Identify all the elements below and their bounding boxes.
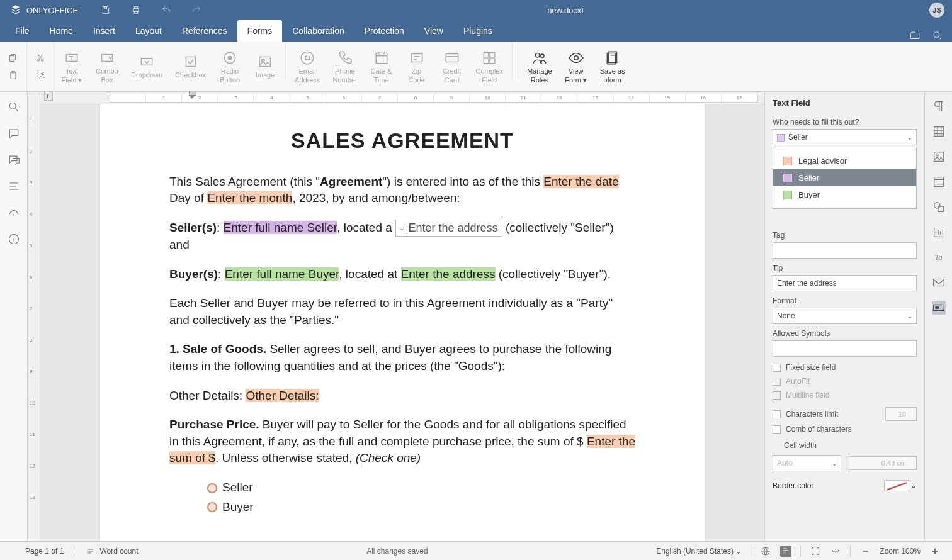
svg-rect-35 — [934, 127, 943, 137]
status-bar: Page 1 of 1 Word count All changes saved… — [0, 541, 952, 560]
edit-group — [27, 42, 54, 91]
tab-collaboration[interactable]: Collaboration — [282, 20, 354, 42]
zoom-in-icon[interactable]: + — [929, 546, 941, 557]
tab-protection[interactable]: Protection — [354, 20, 414, 42]
tab-layout[interactable]: Layout — [125, 20, 172, 42]
paste-icon[interactable] — [6, 69, 20, 82]
page: SALES AGREEMENT This Sales Agreement (th… — [100, 104, 705, 541]
header-footer-icon[interactable] — [932, 175, 946, 189]
find-icon[interactable] — [8, 101, 20, 113]
doc-heading: SALES AGREEMENT — [169, 126, 635, 156]
page-status[interactable]: Page 1 of 1 — [25, 547, 64, 556]
radio-seller[interactable] — [207, 483, 217, 493]
open-location-icon[interactable] — [909, 30, 921, 42]
role-option-legal-advisor[interactable]: Legal advisor — [773, 152, 916, 169]
svg-point-30 — [574, 55, 578, 60]
char-limit-checkbox[interactable]: Characters limit — [773, 410, 838, 418]
svg-point-29 — [540, 54, 543, 57]
format-label: Format — [765, 291, 924, 308]
indent-marker-icon[interactable] — [189, 91, 196, 102]
autofit-checkbox: AutoFit — [765, 374, 924, 388]
role-option-buyer[interactable]: Buyer — [773, 186, 916, 203]
language-select[interactable]: English (United States) ⌄ — [656, 547, 742, 556]
table-settings-icon[interactable] — [932, 125, 946, 138]
field-buyer-address[interactable]: Enter the address — [401, 267, 496, 281]
field-other-details[interactable]: Other Details: — [246, 389, 319, 402]
fixed-size-checkbox[interactable]: Fixed size field — [765, 361, 924, 374]
headings-icon[interactable] — [8, 180, 20, 193]
tab-insert[interactable]: Insert — [83, 20, 125, 42]
comb-checkbox[interactable]: Comb of characters — [765, 422, 924, 436]
search-icon[interactable] — [932, 30, 943, 42]
shape-settings-icon[interactable] — [932, 200, 946, 214]
copy-icon[interactable] — [6, 51, 20, 65]
tab-file[interactable]: File — [5, 20, 40, 42]
role-option-seller[interactable]: Seller — [773, 169, 916, 186]
cell-width-label: Cell width — [765, 436, 924, 452]
fit-width-icon[interactable] — [830, 546, 841, 557]
image-settings-icon[interactable] — [932, 150, 946, 164]
tab-forms[interactable]: Forms — [237, 20, 283, 42]
document-area[interactable]: SALES AGREEMENT This Sales Agreement (th… — [40, 104, 764, 541]
zoom-level[interactable]: Zoom 100% — [880, 547, 921, 556]
clipboard-group — [0, 42, 27, 91]
svg-point-37 — [936, 154, 938, 156]
role-select[interactable]: Seller ⌄ Legal advisorSellerBuyer — [773, 129, 917, 145]
cell-width-input[interactable] — [849, 455, 917, 471]
char-limit-input[interactable] — [885, 407, 917, 421]
cell-width-auto[interactable]: Auto⌄ — [773, 455, 841, 471]
user-avatar[interactable]: JS — [929, 3, 944, 18]
format-select[interactable]: None⌄ — [773, 308, 917, 324]
print-icon[interactable] — [131, 5, 141, 15]
undo-icon[interactable] — [161, 5, 171, 15]
form-settings-icon[interactable] — [932, 301, 946, 315]
save-icon[interactable] — [101, 5, 111, 15]
tab-references[interactable]: References — [172, 20, 237, 42]
tab-home[interactable]: Home — [40, 20, 83, 42]
zoom-out-icon[interactable]: − — [859, 546, 871, 557]
track-changes-icon[interactable] — [780, 546, 791, 557]
tab-plugins[interactable]: Plugins — [453, 20, 502, 42]
about-icon[interactable] — [8, 233, 20, 245]
field-date[interactable]: Enter the date — [543, 175, 618, 188]
radio-buyer[interactable] — [207, 502, 217, 512]
paragraph-other: Other Details: Other Details: — [169, 388, 635, 405]
svg-rect-3 — [134, 11, 137, 13]
brand: ONLYOFFICE — [0, 4, 88, 17]
spellcheck-icon[interactable] — [760, 546, 771, 557]
tip-input[interactable] — [773, 275, 917, 291]
tab-stop-icon[interactable]: L — [44, 92, 53, 101]
ribbon-view[interactable]: ViewForm ▾ — [558, 42, 594, 91]
ribbon-save[interactable]: Save asoform — [594, 42, 632, 91]
ribbon-image: Image — [247, 42, 283, 91]
allowed-input[interactable] — [773, 340, 917, 357]
tab-view[interactable]: View — [414, 20, 453, 42]
ribbon-checkbox: Checkbox — [169, 42, 212, 91]
chat-icon[interactable] — [8, 154, 20, 166]
svg-rect-27 — [490, 59, 495, 64]
svg-point-39 — [934, 203, 939, 208]
field-buyer-name[interactable]: Enter full name Buyer — [225, 267, 339, 281]
ribbon-text-field: TextField ▾ — [54, 42, 89, 91]
word-count[interactable]: Word count — [84, 546, 138, 557]
ribbon-roles[interactable]: ManageRoles — [521, 42, 558, 91]
redo-icon[interactable] — [191, 5, 201, 15]
feedback-icon[interactable] — [8, 206, 20, 219]
quick-actions — [88, 5, 201, 15]
chart-settings-icon[interactable] — [932, 225, 946, 239]
ribbon-phone: PhoneNumber — [326, 42, 363, 91]
panel-title: Text Field — [765, 92, 924, 113]
select-all-icon[interactable] — [33, 69, 47, 82]
ribbon-date: Date &Time — [364, 42, 399, 91]
comments-icon[interactable] — [8, 127, 20, 140]
fit-page-icon[interactable] — [810, 546, 821, 557]
text-art-icon[interactable]: Ta — [932, 250, 946, 264]
field-seller-address[interactable]: Enter the address — [395, 220, 502, 237]
tag-input[interactable] — [773, 242, 917, 259]
field-seller-name[interactable]: Enter full name Seller — [224, 221, 337, 234]
mail-merge-icon[interactable] — [932, 276, 946, 289]
field-month[interactable]: Enter the month — [207, 191, 292, 204]
paragraph-settings-icon[interactable] — [932, 99, 946, 113]
border-color-picker[interactable]: ⌄ — [884, 480, 917, 491]
cut-icon[interactable] — [33, 51, 47, 65]
